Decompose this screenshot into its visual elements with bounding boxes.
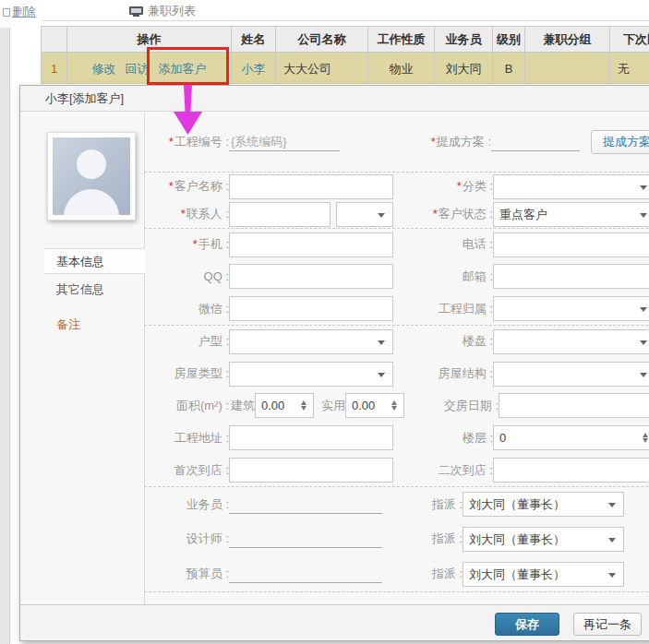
- header-company: 公司名称: [276, 27, 368, 52]
- delete-label: 删除: [12, 5, 36, 18]
- chevron-down-icon: [640, 307, 647, 312]
- floor-stepper[interactable]: 0: [493, 425, 649, 450]
- cell-company: 大大公司: [276, 52, 368, 84]
- contact-input[interactable]: [229, 202, 331, 227]
- chevron-down-icon: [378, 373, 385, 377]
- qq-input[interactable]: [229, 264, 393, 289]
- house-structure-select[interactable]: [493, 362, 649, 387]
- first-visit-input[interactable]: [229, 458, 393, 483]
- designer-value: [229, 530, 382, 548]
- estimator-assign-select[interactable]: 刘大同（董事长）: [463, 562, 624, 587]
- phone-input[interactable]: [493, 233, 649, 257]
- cell-level: B: [493, 52, 525, 84]
- customer-status-select[interactable]: 重点客户: [493, 202, 649, 227]
- tab-other-info[interactable]: 其它信息: [56, 280, 104, 299]
- cell-actions: 修改回访添加客户: [67, 52, 232, 84]
- floor-label: 楼层 :: [393, 430, 493, 447]
- header-next-visit: 下次回访: [610, 27, 649, 52]
- chevron-down-icon: [640, 185, 647, 190]
- commission-value[interactable]: [491, 133, 580, 151]
- table-row: 1 修改回访添加客户 小李 大大公司 物业 刘大同 B 无: [42, 52, 649, 84]
- second-visit-input[interactable]: [493, 458, 649, 483]
- designer-assign-select[interactable]: 刘大同（董事长）: [463, 527, 624, 552]
- cell-work-nature: 物业: [368, 52, 435, 84]
- header-work-nature: 工作性质: [368, 27, 435, 52]
- add-customer-link[interactable]: 添加客户: [159, 62, 207, 76]
- email-label: 邮箱 :: [393, 268, 493, 285]
- delete-icon: [3, 8, 10, 17]
- avatar[interactable]: [47, 132, 136, 221]
- stepper-up-icon[interactable]: [391, 400, 397, 405]
- stepper-down-icon[interactable]: [301, 406, 306, 411]
- edit-link[interactable]: 修改: [92, 62, 116, 76]
- email-input[interactable]: [493, 264, 649, 289]
- salesman-value: [229, 495, 382, 514]
- chevron-down-icon: [378, 340, 385, 345]
- salesman-assign-select[interactable]: 刘大同（董事长）: [463, 492, 624, 517]
- cell-next-visit: 无: [610, 52, 649, 84]
- header-index: [42, 27, 67, 52]
- mobile-label: *手机 :: [144, 236, 229, 253]
- stepper-up-icon[interactable]: [643, 433, 648, 437]
- basic-info-form: *工程编号 : {系统编码} *提成方案 : 提成方案 *客户名称 : *分类 …: [144, 113, 649, 592]
- chevron-down-icon: [640, 373, 647, 377]
- estimator-assign-label: 指派 :: [382, 566, 463, 582]
- customer-status-label: *客户状态 :: [393, 206, 493, 222]
- header-name: 姓名: [232, 27, 276, 52]
- first-visit-label: 首次到店 :: [144, 462, 229, 479]
- cell-group: [525, 52, 610, 84]
- dialog-body: 基本信息 其它信息 备注 *工程编号 : {系统编码} *提成方案 : 提成方案: [20, 113, 649, 604]
- contact-label: *联系人 :: [144, 206, 229, 222]
- house-layout-label: 户型 :: [144, 333, 229, 350]
- chevron-down-icon: [608, 538, 616, 543]
- delete-link[interactable]: 删除: [3, 4, 36, 20]
- area-actual-stepper[interactable]: 0.00: [345, 393, 404, 418]
- mobile-input[interactable]: [229, 233, 393, 257]
- house-structure-label: 房屋结构 :: [393, 365, 493, 382]
- commission-label: *提成方案 :: [340, 134, 491, 150]
- callback-link[interactable]: 回访: [126, 62, 150, 76]
- monitor-icon: [129, 6, 143, 17]
- house-type-select[interactable]: [229, 362, 393, 387]
- customer-name-input[interactable]: [229, 174, 393, 199]
- header-salesperson: 业务员: [435, 27, 493, 52]
- save-another-button[interactable]: 再记一条: [573, 613, 642, 636]
- stepper-down-icon[interactable]: [643, 438, 648, 443]
- dialog-footer: 保存 再记一条: [20, 604, 649, 640]
- tab-remark[interactable]: 备注: [56, 316, 80, 334]
- wechat-input[interactable]: [229, 296, 393, 321]
- area-building-stepper[interactable]: 0.00: [255, 393, 314, 418]
- name-link[interactable]: 小李: [242, 62, 266, 76]
- tab-parttime-list[interactable]: 兼职列表: [129, 3, 196, 19]
- category-select[interactable]: [493, 174, 649, 199]
- stepper-up-icon[interactable]: [301, 400, 306, 405]
- tab-basic-info[interactable]: 基本信息: [44, 248, 145, 274]
- dialog-title: 小李[添加客户]: [20, 86, 649, 112]
- chevron-down-icon: [378, 213, 385, 218]
- chevron-down-icon: [608, 573, 616, 578]
- area-label: 面积(m²) :: [144, 398, 229, 414]
- delivery-date-input[interactable]: [499, 393, 649, 418]
- cell-salesperson: 刘大同: [435, 52, 493, 84]
- delivery-date-label: 交房日期 :: [404, 398, 499, 414]
- cell-name: 小李: [232, 52, 276, 84]
- project-belong-select[interactable]: [493, 296, 649, 321]
- tab-strip-divider: [42, 20, 649, 21]
- header-level: 级别: [493, 27, 525, 52]
- area-building-sublabel: 建筑: [231, 398, 255, 414]
- cell-index: 1: [42, 52, 67, 84]
- stepper-down-icon[interactable]: [391, 406, 397, 411]
- second-visit-label: 二次到店 :: [393, 462, 493, 479]
- avatar-placeholder-image: [53, 137, 130, 215]
- building-select[interactable]: [493, 329, 649, 354]
- add-customer-dialog: 小李[添加客户] 基本信息 其它信息 备注 *工程编号 : {系统编码} *提成…: [19, 85, 649, 641]
- project-belong-label: 工程归属 :: [393, 301, 493, 317]
- save-button[interactable]: 保存: [495, 613, 559, 636]
- project-no-label: *工程编号 :: [144, 134, 229, 150]
- contact-select[interactable]: [336, 202, 393, 227]
- chevron-down-icon: [640, 340, 647, 345]
- phone-label: 电话 :: [393, 236, 493, 253]
- house-layout-select[interactable]: [229, 329, 393, 354]
- project-address-input[interactable]: [229, 425, 393, 450]
- commission-plan-button[interactable]: 提成方案: [591, 130, 649, 154]
